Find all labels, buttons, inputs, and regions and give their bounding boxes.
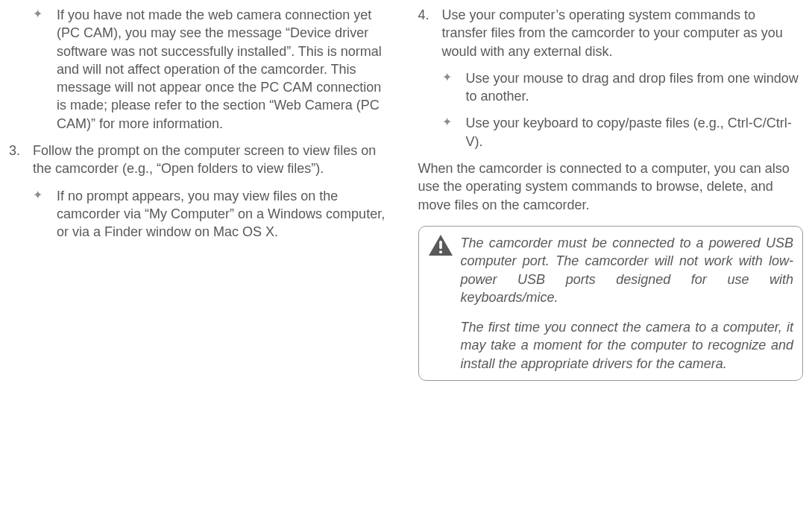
diamond-icon: ✦ — [442, 114, 466, 151]
bullet-text: If no prompt appears, you may view files… — [57, 187, 394, 241]
diamond-icon: ✦ — [442, 69, 466, 106]
warning-icon — [428, 234, 453, 256]
step-4: 4. Use your computer’s operating system … — [418, 6, 804, 60]
step-text: Follow the prompt on the computer screen… — [33, 142, 394, 178]
right-column: 4. Use your computer’s operating system … — [418, 1, 807, 508]
warning-note-box: The camcorder must be connected to a pow… — [418, 226, 804, 381]
step-number: 4. — [418, 6, 442, 60]
bullet-text: Use your mouse to drag and drop files fr… — [466, 69, 804, 106]
bullet-drag-drop: ✦ Use your mouse to drag and drop files … — [418, 69, 804, 106]
svg-rect-0 — [439, 241, 442, 249]
diamond-icon: ✦ — [33, 187, 57, 241]
diamond-icon: ✦ — [33, 6, 57, 133]
bullet-no-prompt: ✦ If no prompt appears, you may view fil… — [9, 187, 394, 241]
svg-point-1 — [439, 250, 442, 253]
step-number: 3. — [9, 142, 33, 178]
step-3: 3. Follow the prompt on the computer scr… — [9, 142, 394, 178]
note-row-1: The camcorder must be connected to a pow… — [428, 234, 794, 306]
note-text-usb: The camcorder must be connected to a pow… — [461, 234, 794, 306]
bullet-text: If you have not made the web camera conn… — [57, 6, 394, 133]
bullet-copy-paste: ✦ Use your keyboard to copy/paste files … — [418, 114, 804, 151]
left-column: ✦ If you have not made the web camera co… — [6, 1, 394, 508]
connected-paragraph: When the camcorder is connected to a com… — [418, 159, 804, 214]
bullet-text: Use your keyboard to copy/paste files (e… — [466, 114, 804, 151]
step-text: Use your computer’s operating system com… — [442, 6, 804, 60]
note-text-drivers: The first time you connect the camera to… — [428, 318, 794, 373]
bullet-pc-cam-note: ✦ If you have not made the web camera co… — [9, 6, 394, 133]
